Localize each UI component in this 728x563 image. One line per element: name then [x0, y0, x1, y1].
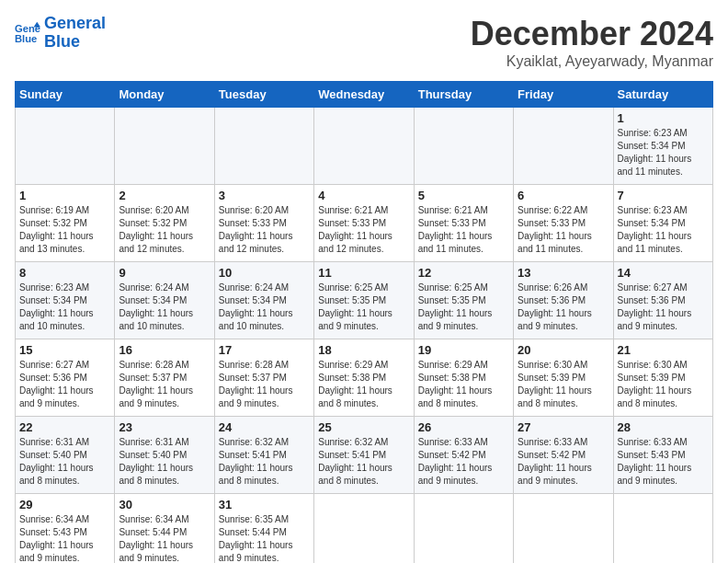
title-section: December 2024 Kyaiklat, Ayeyarwady, Myan…: [471, 15, 713, 70]
calendar-cell: 8Sunrise: 6:23 AM Sunset: 5:34 PM Daylig…: [16, 262, 115, 339]
day-number: 19: [418, 343, 509, 357]
cell-sunrise-sunset-daylight: Sunrise: 6:26 AM Sunset: 5:36 PM Dayligh…: [518, 282, 609, 333]
calendar-cell: 19Sunrise: 6:29 AM Sunset: 5:38 PM Dayli…: [414, 339, 513, 417]
calendar-cell: 3Sunrise: 6:20 AM Sunset: 5:33 PM Daylig…: [214, 185, 313, 262]
day-number: 18: [318, 343, 409, 357]
cell-sunrise-sunset-daylight: Sunrise: 6:24 AM Sunset: 5:34 PM Dayligh…: [219, 282, 310, 333]
calendar-cell: 7Sunrise: 6:23 AM Sunset: 5:34 PM Daylig…: [613, 185, 712, 262]
cell-sunrise-sunset-daylight: Sunrise: 6:28 AM Sunset: 5:37 PM Dayligh…: [219, 359, 310, 410]
calendar-cell: 5Sunrise: 6:21 AM Sunset: 5:33 PM Daylig…: [414, 185, 513, 262]
calendar-cell: 17Sunrise: 6:28 AM Sunset: 5:37 PM Dayli…: [214, 339, 313, 417]
cell-sunrise-sunset-daylight: Sunrise: 6:29 AM Sunset: 5:38 PM Dayligh…: [318, 359, 409, 410]
day-number: 15: [19, 343, 110, 357]
calendar-cell: [314, 108, 414, 185]
svg-text:Blue: Blue: [15, 33, 37, 44]
day-number: 17: [219, 343, 310, 357]
calendar-cell: 14Sunrise: 6:27 AM Sunset: 5:36 PM Dayli…: [613, 262, 712, 339]
calendar-cell: [214, 108, 313, 185]
calendar-cell: 27Sunrise: 6:33 AM Sunset: 5:42 PM Dayli…: [514, 417, 613, 494]
cell-sunrise-sunset-daylight: Sunrise: 6:25 AM Sunset: 5:35 PM Dayligh…: [318, 282, 409, 333]
cell-sunrise-sunset-daylight: Sunrise: 6:19 AM Sunset: 5:32 PM Dayligh…: [19, 204, 110, 256]
day-number: 24: [219, 420, 310, 434]
day-number: 28: [618, 420, 709, 434]
logo: General Blue GeneralBlue: [15, 15, 106, 52]
page-header: General Blue GeneralBlue December 2024 K…: [15, 15, 713, 70]
day-number: 14: [618, 266, 709, 280]
calendar-week-row: 8Sunrise: 6:23 AM Sunset: 5:34 PM Daylig…: [16, 262, 713, 339]
calendar-cell: 16Sunrise: 6:28 AM Sunset: 5:37 PM Dayli…: [115, 339, 214, 417]
cell-sunrise-sunset-daylight: Sunrise: 6:23 AM Sunset: 5:34 PM Dayligh…: [618, 127, 709, 178]
cell-sunrise-sunset-daylight: Sunrise: 6:34 AM Sunset: 5:44 PM Dayligh…: [119, 513, 210, 563]
calendar-cell: 15Sunrise: 6:27 AM Sunset: 5:36 PM Dayli…: [16, 339, 115, 417]
calendar-cell: 24Sunrise: 6:32 AM Sunset: 5:41 PM Dayli…: [214, 417, 313, 494]
day-number: 29: [19, 498, 110, 511]
day-number: 2: [119, 189, 210, 202]
calendar-week-row: 1Sunrise: 6:19 AM Sunset: 5:32 PM Daylig…: [16, 185, 713, 262]
cell-sunrise-sunset-daylight: Sunrise: 6:25 AM Sunset: 5:35 PM Dayligh…: [418, 282, 509, 333]
calendar-cell: [16, 108, 115, 185]
day-number: 27: [518, 420, 609, 434]
calendar-cell: 12Sunrise: 6:25 AM Sunset: 5:35 PM Dayli…: [414, 262, 513, 339]
calendar-header: SundayMondayTuesdayWednesdayThursdayFrid…: [16, 82, 713, 108]
day-number: 5: [418, 189, 509, 202]
header-row: SundayMondayTuesdayWednesdayThursdayFrid…: [16, 82, 713, 108]
cell-sunrise-sunset-daylight: Sunrise: 6:23 AM Sunset: 5:34 PM Dayligh…: [618, 204, 709, 256]
calendar-cell: [414, 494, 513, 564]
cell-sunrise-sunset-daylight: Sunrise: 6:31 AM Sunset: 5:40 PM Dayligh…: [119, 436, 210, 488]
cell-sunrise-sunset-daylight: Sunrise: 6:20 AM Sunset: 5:33 PM Dayligh…: [219, 204, 310, 256]
day-number: 1: [618, 111, 709, 125]
cell-sunrise-sunset-daylight: Sunrise: 6:30 AM Sunset: 5:39 PM Dayligh…: [618, 359, 709, 410]
day-number: 13: [518, 266, 609, 280]
calendar-cell: 1Sunrise: 6:19 AM Sunset: 5:32 PM Daylig…: [16, 185, 115, 262]
calendar-cell: 18Sunrise: 6:29 AM Sunset: 5:38 PM Dayli…: [314, 339, 414, 417]
calendar-week-row: 1Sunrise: 6:23 AM Sunset: 5:34 PM Daylig…: [16, 108, 713, 185]
cell-sunrise-sunset-daylight: Sunrise: 6:34 AM Sunset: 5:43 PM Dayligh…: [19, 513, 110, 563]
weekday-header: Tuesday: [214, 82, 313, 108]
calendar-body: 1Sunrise: 6:23 AM Sunset: 5:34 PM Daylig…: [16, 108, 713, 564]
calendar-cell: 1Sunrise: 6:23 AM Sunset: 5:34 PM Daylig…: [613, 108, 712, 185]
calendar-cell: [414, 108, 513, 185]
calendar-table: SundayMondayTuesdayWednesdayThursdayFrid…: [15, 81, 713, 563]
logo-text: GeneralBlue: [44, 15, 106, 52]
calendar-cell: 10Sunrise: 6:24 AM Sunset: 5:34 PM Dayli…: [214, 262, 313, 339]
calendar-cell: 20Sunrise: 6:30 AM Sunset: 5:39 PM Dayli…: [514, 339, 613, 417]
cell-sunrise-sunset-daylight: Sunrise: 6:35 AM Sunset: 5:44 PM Dayligh…: [219, 513, 310, 563]
calendar-week-row: 22Sunrise: 6:31 AM Sunset: 5:40 PM Dayli…: [16, 417, 713, 494]
day-number: 25: [318, 420, 409, 434]
calendar-cell: 28Sunrise: 6:33 AM Sunset: 5:43 PM Dayli…: [613, 417, 712, 494]
cell-sunrise-sunset-daylight: Sunrise: 6:27 AM Sunset: 5:36 PM Dayligh…: [19, 359, 110, 410]
cell-sunrise-sunset-daylight: Sunrise: 6:29 AM Sunset: 5:38 PM Dayligh…: [418, 359, 509, 410]
day-number: 4: [318, 189, 409, 202]
day-number: 6: [518, 189, 609, 202]
cell-sunrise-sunset-daylight: Sunrise: 6:24 AM Sunset: 5:34 PM Dayligh…: [119, 282, 210, 333]
calendar-cell: 21Sunrise: 6:30 AM Sunset: 5:39 PM Dayli…: [613, 339, 712, 417]
day-number: 3: [219, 189, 310, 202]
calendar-cell: 6Sunrise: 6:22 AM Sunset: 5:33 PM Daylig…: [514, 185, 613, 262]
day-number: 30: [119, 498, 210, 511]
cell-sunrise-sunset-daylight: Sunrise: 6:21 AM Sunset: 5:33 PM Dayligh…: [318, 204, 409, 256]
cell-sunrise-sunset-daylight: Sunrise: 6:27 AM Sunset: 5:36 PM Dayligh…: [618, 282, 709, 333]
month-year-title: December 2024: [471, 15, 713, 53]
calendar-cell: 26Sunrise: 6:33 AM Sunset: 5:42 PM Dayli…: [414, 417, 513, 494]
day-number: 8: [19, 266, 110, 280]
cell-sunrise-sunset-daylight: Sunrise: 6:28 AM Sunset: 5:37 PM Dayligh…: [119, 359, 210, 410]
weekday-header: Saturday: [613, 82, 712, 108]
day-number: 16: [119, 343, 210, 357]
calendar-cell: [613, 494, 712, 564]
day-number: 9: [119, 266, 210, 280]
day-number: 12: [418, 266, 509, 280]
weekday-header: Friday: [514, 82, 613, 108]
day-number: 10: [219, 266, 310, 280]
day-number: 22: [19, 420, 110, 434]
calendar-cell: 11Sunrise: 6:25 AM Sunset: 5:35 PM Dayli…: [314, 262, 414, 339]
cell-sunrise-sunset-daylight: Sunrise: 6:20 AM Sunset: 5:32 PM Dayligh…: [119, 204, 210, 256]
cell-sunrise-sunset-daylight: Sunrise: 6:32 AM Sunset: 5:41 PM Dayligh…: [318, 436, 409, 488]
cell-sunrise-sunset-daylight: Sunrise: 6:33 AM Sunset: 5:42 PM Dayligh…: [518, 436, 609, 488]
location-subtitle: Kyaiklat, Ayeyarwady, Myanmar: [471, 53, 713, 70]
calendar-cell: [115, 108, 214, 185]
cell-sunrise-sunset-daylight: Sunrise: 6:31 AM Sunset: 5:40 PM Dayligh…: [19, 436, 110, 488]
calendar-cell: 25Sunrise: 6:32 AM Sunset: 5:41 PM Dayli…: [314, 417, 414, 494]
day-number: 26: [418, 420, 509, 434]
weekday-header: Monday: [115, 82, 214, 108]
day-number: 23: [119, 420, 210, 434]
